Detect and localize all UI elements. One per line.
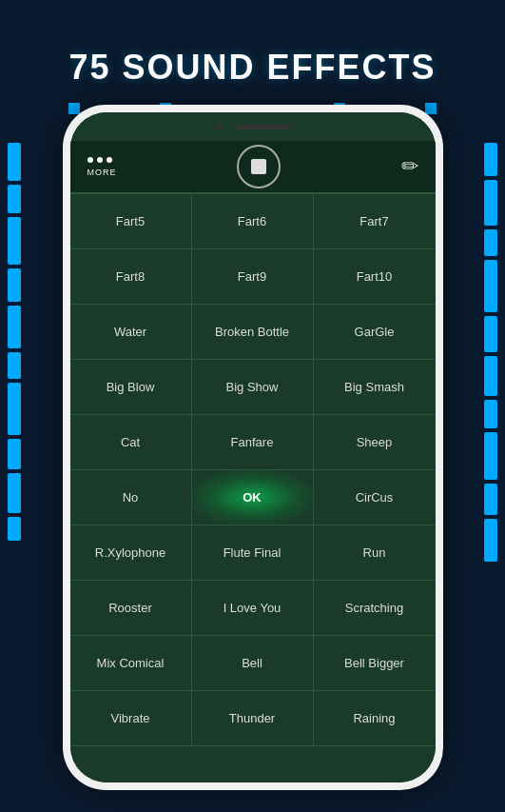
sound-cell-fart7[interactable]: Fart7 [314, 194, 436, 249]
sound-label: Big Blow [107, 380, 155, 394]
more-button[interactable]: MORE [87, 157, 117, 177]
sound-label: Big Smash [344, 380, 404, 394]
sound-cell-flute-final[interactable]: Flute Final [192, 525, 314, 581]
stop-button[interactable] [237, 145, 281, 188]
sound-label: Rooster [108, 601, 152, 615]
dot1 [87, 157, 93, 163]
phone-frame: MORE ✏ Fart5Fart6Fart7Fart8Fart9Fart10Wa… [63, 105, 443, 790]
edit-button[interactable]: ✏ [401, 154, 418, 179]
sound-label: Raining [353, 711, 395, 725]
sound-label: Bell [242, 656, 262, 670]
sound-cell-r.xylophone[interactable]: R.Xylophone [70, 525, 192, 581]
sound-label: Fart9 [238, 269, 266, 284]
sound-cell-fanfare[interactable]: Fanfare [192, 415, 314, 470]
phone-inner: MORE ✏ Fart5Fart6Fart7Fart8Fart9Fart10Wa… [70, 112, 436, 782]
sound-cell-mix-comical[interactable]: Mix Comical [70, 636, 192, 691]
sound-label: R.Xylophone [95, 545, 165, 560]
sound-label: Fart7 [359, 214, 388, 228]
sound-cell-run[interactable]: Run [314, 525, 436, 581]
camera-dot [215, 123, 223, 130]
sound-label: Bell Bigger [344, 656, 404, 670]
sound-label: Fart6 [238, 214, 266, 228]
sound-cell-bell[interactable]: Bell [192, 636, 314, 691]
sound-label: GarGle [355, 325, 395, 339]
sound-label: Mix Comical [97, 656, 165, 670]
more-label: MORE [87, 168, 117, 177]
sound-label: Cat [121, 435, 140, 449]
app-content: MORE ✏ Fart5Fart6Fart7Fart8Fart9Fart10Wa… [70, 141, 436, 782]
sound-label: Big Show [226, 380, 279, 394]
dot2 [97, 157, 103, 163]
sound-cell-bell-bigger[interactable]: Bell Bigger [314, 636, 436, 691]
sound-cell-i-love-you[interactable]: I Love You [192, 581, 314, 636]
page-title: 75 SOUND EFFECTS [0, 48, 505, 88]
stop-icon [251, 159, 266, 174]
sound-cell-sheep[interactable]: Sheep [314, 415, 436, 470]
sound-cell-no[interactable]: No [70, 470, 192, 525]
sound-cell-big-show[interactable]: Big Show [192, 360, 314, 415]
sound-label: Sheep [357, 435, 393, 449]
right-decoration [484, 143, 497, 562]
sound-cell-fart10[interactable]: Fart10 [314, 249, 436, 305]
sound-label: Water [114, 325, 146, 339]
speaker-bar [234, 125, 291, 129]
sound-cell-rooster[interactable]: Rooster [70, 581, 192, 636]
sound-label: Fart5 [116, 214, 145, 228]
sound-cell-ok[interactable]: OK [192, 470, 314, 525]
sound-cell-fart9[interactable]: Fart9 [192, 249, 314, 305]
left-decoration [8, 143, 21, 541]
sound-cell-water[interactable]: Water [70, 305, 192, 360]
sound-cell-fart8[interactable]: Fart8 [70, 249, 192, 305]
sound-cell-fart6[interactable]: Fart6 [192, 194, 314, 249]
sound-cell-broken-bottle[interactable]: Broken Bottle [192, 305, 314, 360]
sound-label: Fart10 [357, 269, 393, 284]
sound-cell-thunder[interactable]: Thunder [192, 691, 314, 746]
sound-cell-gargle[interactable]: GarGle [314, 305, 436, 360]
sound-label: Scratching [345, 601, 403, 615]
sound-cell-fart5[interactable]: Fart5 [70, 194, 192, 249]
sound-label: Run [363, 545, 386, 560]
dot3 [107, 157, 112, 163]
sound-label: Broken Bottle [215, 325, 289, 339]
sound-label: OK [243, 490, 262, 505]
sound-grid: Fart5Fart6Fart7Fart8Fart9Fart10WaterBrok… [70, 193, 436, 746]
sound-cell-big-blow[interactable]: Big Blow [70, 360, 192, 415]
sound-label: No [123, 490, 139, 505]
sound-cell-raining[interactable]: Raining [314, 691, 436, 746]
top-bar: MORE ✏ [70, 141, 436, 193]
sound-cell-cat[interactable]: Cat [70, 415, 192, 470]
sound-label: Flute Final [223, 545, 282, 560]
sound-label: Fart8 [116, 269, 145, 284]
sound-label: Fanfare [231, 435, 274, 449]
sound-cell-vibrate[interactable]: Vibrate [70, 691, 192, 746]
sound-label: CirCus [356, 490, 394, 505]
sound-label: Thunder [229, 711, 275, 725]
sound-cell-circus[interactable]: CirCus [314, 470, 436, 525]
sound-label: I Love You [223, 601, 282, 615]
sound-cell-big-smash[interactable]: Big Smash [314, 360, 436, 415]
phone-notch [70, 112, 436, 141]
sound-label: Vibrate [111, 711, 150, 725]
sound-cell-scratching[interactable]: Scratching [314, 581, 436, 636]
